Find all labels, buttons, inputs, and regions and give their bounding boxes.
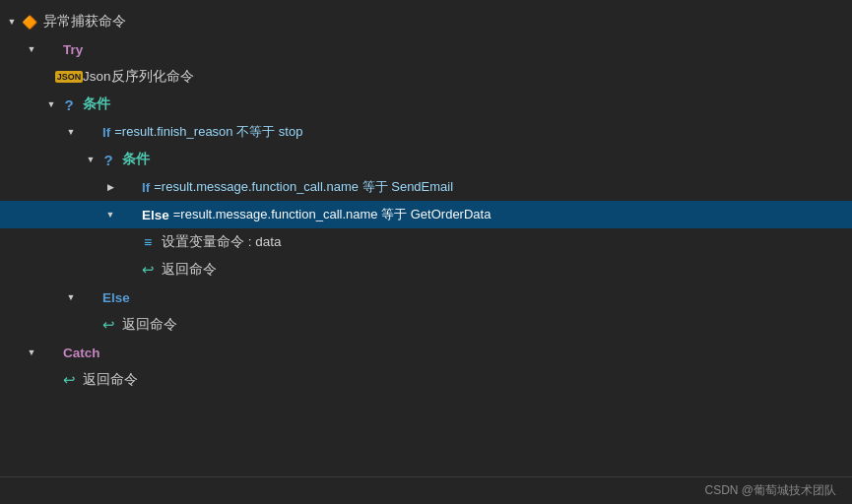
condition-icon: ? [98,150,118,169]
node-label-return-1: 返回命令 [162,261,217,279]
arrow-exception-capture[interactable] [4,14,20,30]
node-label-json-deserialize: Json反序列化命令 [83,68,194,86]
node-label-set-var: 设置变量命令 : data [162,233,282,251]
node-label-condition-2: 条件 [122,151,150,168]
node-label-try: Try [63,42,83,57]
node-label-return-2: 返回命令 [122,316,177,334]
no-icon [39,39,59,59]
tree-row-if-2[interactable]: If =result.message.function_call.name 等于… [0,173,852,201]
tree-row-try[interactable]: Try [0,35,852,63]
arrow-catch[interactable] [24,345,39,360]
node-label-if-1: If =result.finish_reason 不等于 stop [102,123,302,141]
arrow-try[interactable] [24,41,39,57]
tree-row-return-1[interactable]: ↩返回命令 [0,256,852,284]
no-icon [118,205,138,224]
tree-row-catch[interactable]: Catch [0,339,852,366]
arrow-else-1[interactable] [102,207,118,222]
json-icon: JSON [59,67,79,87]
arrow-else-2[interactable] [63,289,79,305]
tree-row-if-1[interactable]: If =result.finish_reason 不等于 stop [0,118,852,146]
node-label-return-3: 返回命令 [83,371,138,389]
arrow-set-var[interactable] [122,234,138,250]
node-label-else-2: Else [102,290,130,305]
tree-container: 🔶异常捕获命令TryJSONJson反序列化命令?条件If =result.fi… [0,0,852,476]
arrow-if-2[interactable] [102,179,118,195]
return-icon: ↩ [59,370,79,390]
tree-row-else-1[interactable]: Else =result.message.function_call.name … [0,201,852,228]
set-var-icon: ≡ [138,232,158,252]
arrow-return-3[interactable] [43,372,59,388]
node-label-if-2: If =result.message.function_call.name 等于… [142,178,453,196]
credit-text: CSDN @葡萄城技术团队 [704,482,836,499]
no-icon [118,177,138,197]
no-icon [79,287,98,307]
arrow-condition-2[interactable] [83,152,98,167]
tree-row-return-3[interactable]: ↩返回命令 [0,366,852,394]
tree-row-condition-1[interactable]: ?条件 [0,91,852,118]
no-icon [39,343,59,362]
node-label-catch: Catch [63,346,100,360]
no-icon [79,122,98,142]
node-label-condition-1: 条件 [83,95,110,113]
condition-icon: ? [59,94,79,114]
arrow-return-2[interactable] [83,317,98,333]
arrow-if-1[interactable] [63,124,79,140]
node-label-exception-capture: 异常捕获命令 [43,13,126,31]
exception-icon: 🔶 [20,12,39,32]
footer: CSDN @葡萄城技术团队 [0,476,852,504]
tree-row-json-deserialize[interactable]: JSONJson反序列化命令 [0,63,852,91]
return-icon: ↩ [98,315,118,335]
return-icon: ↩ [138,260,158,280]
tree-row-else-2[interactable]: Else [0,284,852,311]
arrow-condition-1[interactable] [43,96,59,112]
tree-row-return-2[interactable]: ↩返回命令 [0,311,852,339]
tree-row-set-var[interactable]: ≡设置变量命令 : data [0,228,852,256]
tree-row-exception-capture[interactable]: 🔶异常捕获命令 [0,8,852,35]
node-label-else-1: Else =result.message.function_call.name … [142,206,491,223]
tree-row-condition-2[interactable]: ?条件 [0,146,852,173]
arrow-return-1[interactable] [122,262,138,278]
